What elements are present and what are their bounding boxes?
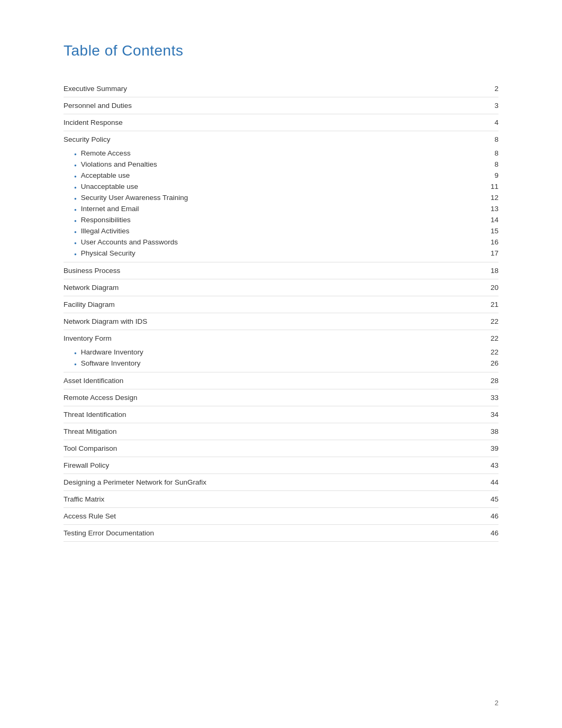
toc-row: Executive Summary2 bbox=[64, 80, 498, 97]
toc-sub-page: 8 bbox=[483, 160, 498, 168]
bullet-icon: ● bbox=[74, 252, 77, 257]
toc-page: 4 bbox=[483, 119, 498, 126]
bullet-icon: ● bbox=[74, 174, 77, 179]
toc-row: Personnel and Duties3 bbox=[64, 97, 498, 114]
toc-sub-item: ●Responsibilities14 bbox=[64, 214, 498, 225]
toc-sub-page: 8 bbox=[483, 149, 498, 157]
toc-row: Access Rule Set46 bbox=[64, 508, 498, 525]
toc-sub-page: 13 bbox=[483, 205, 498, 213]
sub-label-text: Unacceptable use bbox=[81, 183, 138, 190]
toc-container: Executive Summary2Personnel and Duties3I… bbox=[64, 80, 498, 542]
sub-label-text: Physical Security bbox=[81, 249, 135, 257]
page-number: 2 bbox=[495, 699, 498, 707]
toc-sub-item: ●Violations and Penalties8 bbox=[64, 159, 498, 170]
toc-page: 39 bbox=[483, 444, 498, 452]
toc-row: Facility Diagram21 bbox=[64, 296, 498, 313]
toc-sub-page: 15 bbox=[483, 227, 498, 235]
toc-label: Executive Summary bbox=[64, 85, 483, 93]
bullet-icon: ● bbox=[74, 196, 77, 201]
toc-row: Network Diagram20 bbox=[64, 279, 498, 296]
toc-sub-label: ●Security User Awareness Training bbox=[74, 194, 188, 202]
toc-row: Business Process18 bbox=[64, 262, 498, 279]
toc-label: Access Rule Set bbox=[64, 512, 483, 520]
toc-sub-item: ●Internet and Email13 bbox=[64, 203, 498, 214]
toc-label: Designing a Perimeter Network for SunGra… bbox=[64, 478, 483, 486]
toc-page: 46 bbox=[483, 512, 498, 520]
toc-label: Incident Response bbox=[64, 119, 483, 126]
toc-sub-item: ●User Accounts and Passwords16 bbox=[64, 236, 498, 248]
toc-entry-8: Inventory Form22●Hardware Inventory22●So… bbox=[64, 330, 498, 372]
sub-label-text: User Accounts and Passwords bbox=[81, 238, 178, 246]
sub-label-text: Acceptable use bbox=[81, 171, 130, 179]
toc-entry-3: Security Policy8●Remote Access8●Violatio… bbox=[64, 131, 498, 262]
sub-label-text: Hardware Inventory bbox=[81, 348, 143, 356]
bullet-icon: ● bbox=[74, 185, 77, 190]
toc-label: Security Policy bbox=[64, 135, 483, 143]
toc-label: Business Process bbox=[64, 267, 483, 275]
toc-sub-item: ●Illegal Activities15 bbox=[64, 225, 498, 236]
toc-sub-item: ●Acceptable use9 bbox=[64, 170, 498, 181]
toc-row: Threat Identification34 bbox=[64, 406, 498, 423]
toc-row: Threat Mitigation38 bbox=[64, 423, 498, 440]
toc-sub-page: 26 bbox=[483, 359, 498, 367]
toc-page: 28 bbox=[483, 377, 498, 385]
toc-sub-label: ●Internet and Email bbox=[74, 205, 139, 213]
toc-page: 46 bbox=[483, 529, 498, 537]
toc-label: Personnel and Duties bbox=[64, 102, 483, 110]
toc-sub-label: ●Violations and Penalties bbox=[74, 160, 157, 168]
toc-label: Threat Identification bbox=[64, 411, 483, 418]
toc-row: Tool Comparison39 bbox=[64, 440, 498, 457]
toc-page: 38 bbox=[483, 427, 498, 435]
toc-sub-label: ●User Accounts and Passwords bbox=[74, 238, 178, 246]
toc-label: Traffic Matrix bbox=[64, 495, 483, 503]
toc-page: 20 bbox=[483, 284, 498, 292]
page-title: Table of Contents bbox=[64, 42, 498, 59]
toc-sub-label: ●Remote Access bbox=[74, 149, 131, 157]
toc-sub-label: ●Software Inventory bbox=[74, 359, 140, 367]
toc-sub-label: ●Physical Security bbox=[74, 249, 135, 257]
sub-label-text: Violations and Penalties bbox=[81, 160, 157, 168]
toc-row: Inventory Form22 bbox=[64, 330, 498, 344]
toc-sub-item: ●Hardware Inventory22 bbox=[64, 347, 498, 358]
toc-sub-label: ●Illegal Activities bbox=[74, 227, 129, 235]
toc-sub-item: ●Physical Security17 bbox=[64, 248, 498, 259]
toc-label: Inventory Form bbox=[64, 334, 483, 342]
toc-page: 33 bbox=[483, 394, 498, 402]
toc-sub-label: ●Hardware Inventory bbox=[74, 348, 143, 356]
toc-label: Tool Comparison bbox=[64, 444, 483, 452]
toc-row: Designing a Perimeter Network for SunGra… bbox=[64, 474, 498, 491]
sub-label-text: Security User Awareness Training bbox=[81, 194, 188, 202]
toc-page: 34 bbox=[483, 411, 498, 418]
toc-label: Asset Identification bbox=[64, 377, 483, 385]
toc-label: Facility Diagram bbox=[64, 301, 483, 308]
toc-label: Network Diagram bbox=[64, 284, 483, 292]
sub-label-text: Illegal Activities bbox=[81, 227, 130, 235]
toc-page: 8 bbox=[483, 135, 498, 143]
toc-row: Firewall Policy43 bbox=[64, 457, 498, 474]
toc-sub-label: ●Unacceptable use bbox=[74, 183, 138, 190]
sub-label-text: Remote Access bbox=[81, 149, 131, 157]
toc-page: 22 bbox=[483, 317, 498, 325]
toc-row: Security Policy8 bbox=[64, 131, 498, 145]
bullet-icon: ● bbox=[74, 351, 77, 356]
sub-label-text: Software Inventory bbox=[81, 359, 141, 367]
toc-sub-page: 14 bbox=[483, 216, 498, 224]
toc-sub-page: 11 bbox=[483, 183, 498, 190]
bullet-icon: ● bbox=[74, 163, 77, 168]
toc-sub-item: ●Remote Access8 bbox=[64, 148, 498, 159]
sub-label-text: Responsibilities bbox=[81, 216, 131, 224]
bullet-icon: ● bbox=[74, 219, 77, 223]
toc-row: Remote Access Design33 bbox=[64, 389, 498, 406]
toc-label: Firewall Policy bbox=[64, 461, 483, 469]
bullet-icon: ● bbox=[74, 230, 77, 234]
toc-page: 43 bbox=[483, 461, 498, 469]
toc-sub-page: 12 bbox=[483, 194, 498, 202]
toc-row: Asset Identification28 bbox=[64, 372, 498, 389]
toc-sub-page: 22 bbox=[483, 348, 498, 356]
toc-sub-list: ●Hardware Inventory22●Software Inventory… bbox=[64, 344, 498, 372]
toc-label: Network Diagram with IDS bbox=[64, 317, 483, 325]
toc-sub-item: ●Unacceptable use11 bbox=[64, 181, 498, 192]
toc-sub-page: 17 bbox=[483, 249, 498, 257]
toc-page: 22 bbox=[483, 334, 498, 342]
toc-sub-label: ●Acceptable use bbox=[74, 171, 130, 179]
